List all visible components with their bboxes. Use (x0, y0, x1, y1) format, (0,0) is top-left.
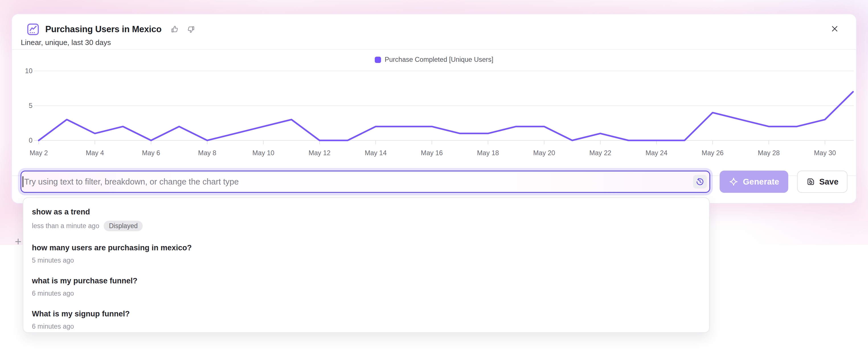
save-button[interactable]: Save (797, 170, 847, 193)
history-item[interactable]: show as a trend less than a minute ago D… (23, 201, 709, 237)
displayed-badge: Displayed (104, 221, 143, 231)
svg-text:May 10: May 10 (252, 149, 274, 157)
svg-text:May 22: May 22 (589, 149, 611, 157)
svg-text:May 30: May 30 (814, 149, 836, 157)
history-button[interactable] (693, 175, 707, 189)
generate-label: Generate (743, 177, 779, 187)
history-item-meta: 6 minutes ago (32, 323, 701, 330)
history-item-meta: 5 minutes ago (32, 257, 701, 264)
svg-text:0: 0 (29, 137, 32, 144)
svg-text:May 8: May 8 (198, 149, 216, 157)
history-item[interactable]: what is my purchase funnel? 6 minutes ag… (23, 270, 709, 303)
line-chart-type-icon (27, 23, 39, 36)
card-header: Purchasing Users in Mexico (12, 14, 856, 49)
history-item-meta: 6 minutes ago (32, 290, 701, 297)
chart-legend[interactable]: Purchase Completed [Unique Users] (12, 56, 856, 64)
svg-text:May 16: May 16 (421, 149, 443, 157)
thumbs-up-icon (170, 25, 180, 34)
sparkle-icon (729, 177, 738, 187)
analytics-card: Purchasing Users in Mexico (12, 14, 856, 203)
save-icon (806, 177, 815, 186)
generate-button[interactable]: Generate (720, 170, 788, 193)
history-item-time: 6 minutes ago (32, 323, 74, 330)
svg-text:May 24: May 24 (646, 149, 668, 157)
history-item-title: show as a trend (32, 207, 701, 217)
stage: + Purchasing Users in Mexico (0, 0, 868, 352)
history-item-title: What is my signup funnel? (32, 310, 701, 318)
history-item-title: what is my purchase funnel? (32, 277, 701, 285)
legend-label: Purchase Completed [Unique Users] (385, 56, 493, 64)
history-dropdown: show as a trend less than a minute ago D… (23, 197, 710, 333)
svg-text:May 4: May 4 (86, 149, 104, 157)
svg-text:May 20: May 20 (533, 149, 555, 157)
svg-text:10: 10 (25, 67, 32, 75)
svg-text:5: 5 (29, 102, 32, 109)
close-button[interactable] (829, 23, 840, 35)
history-item-time: 6 minutes ago (32, 290, 74, 297)
svg-text:May 2: May 2 (30, 149, 48, 157)
history-item[interactable]: how many users are purchasing in mexico?… (23, 237, 709, 270)
feedback-controls (170, 24, 196, 34)
history-item[interactable]: What is my signup funnel? 6 minutes ago (23, 303, 709, 336)
svg-text:May 6: May 6 (142, 149, 160, 157)
history-item-meta: less than a minute ago Displayed (32, 221, 701, 231)
svg-text:May 28: May 28 (758, 149, 780, 157)
thumbs-up-button[interactable] (170, 24, 180, 34)
svg-text:May 14: May 14 (365, 149, 387, 157)
save-label: Save (819, 177, 839, 187)
history-clock-icon (695, 177, 705, 186)
thumbs-down-icon (186, 25, 195, 34)
svg-text:May 26: May 26 (702, 149, 724, 157)
svg-text:May 18: May 18 (477, 149, 499, 157)
header-title-row: Purchasing Users in Mexico (27, 23, 196, 36)
prompt-bar: Generate Save (12, 170, 856, 193)
history-item-time: 5 minutes ago (32, 257, 74, 264)
svg-text:May 12: May 12 (308, 149, 330, 157)
close-icon (830, 25, 839, 33)
text-caret (23, 176, 23, 187)
history-item-time: less than a minute ago (32, 222, 99, 230)
thumbs-down-button[interactable] (185, 24, 196, 34)
background-plus[interactable]: + (15, 235, 21, 248)
header-divider (12, 49, 856, 50)
prompt-input[interactable] (21, 170, 710, 193)
history-item-title: how many users are purchasing in mexico? (32, 244, 701, 252)
page-title: Purchasing Users in Mexico (45, 24, 161, 34)
legend-swatch (375, 57, 381, 63)
chart-subtitle: Linear, unique, last 30 days (21, 38, 111, 47)
prompt-input-wrap (21, 170, 710, 193)
